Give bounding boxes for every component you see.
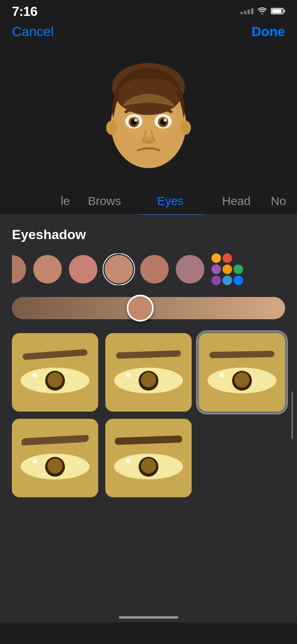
svg-point-11 [134, 119, 137, 122]
category-tabs: le Brows Eyes Head No [0, 188, 297, 215]
status-icons [240, 8, 285, 15]
eye-thumb-5 [105, 419, 192, 497]
eye-style-4[interactable] [12, 419, 98, 497]
grid-dot-orange2[interactable] [223, 264, 232, 274]
done-button[interactable]: Done [251, 24, 285, 39]
content-panel: Eyeshadow [0, 215, 297, 611]
swatch-2[interactable] [69, 255, 97, 284]
status-time: 7:16 [12, 4, 37, 19]
tab-brows[interactable]: Brows [72, 188, 138, 215]
svg-point-13 [141, 137, 156, 144]
wifi-icon [257, 8, 267, 15]
eye-thumb-3 [199, 333, 285, 412]
home-indicator-area [0, 611, 297, 623]
svg-point-17 [180, 121, 191, 135]
memoji-preview [0, 45, 297, 188]
swatch-5[interactable] [176, 255, 204, 284]
grid-dot-purple2[interactable] [211, 276, 221, 285]
grid-dot-green[interactable] [234, 264, 243, 274]
svg-point-12 [164, 119, 167, 122]
eyeshadow-slider[interactable] [12, 297, 285, 319]
swatch-4[interactable] [140, 255, 169, 284]
grid-dot-empty [234, 253, 243, 263]
svg-point-14 [117, 133, 135, 144]
grid-dot-orange[interactable] [211, 253, 221, 263]
battery-icon [271, 8, 285, 14]
eye-thumb-1 [12, 333, 98, 412]
swatch-3-selected[interactable] [105, 255, 133, 284]
tab-nose[interactable]: No [269, 188, 289, 215]
tab-head[interactable]: Head [204, 188, 270, 215]
tab-style[interactable]: le [8, 188, 72, 215]
cancel-button[interactable]: Cancel [12, 24, 54, 39]
eye-thumb-2 [105, 333, 192, 412]
tab-eyes[interactable]: Eyes [137, 188, 204, 215]
grid-dot-blue[interactable] [223, 276, 232, 285]
home-bar [119, 616, 178, 619]
color-swatches-row [12, 253, 285, 285]
eye-thumb-4 [12, 419, 98, 497]
eye-style-2[interactable] [105, 333, 192, 412]
eye-style-5[interactable] [105, 419, 192, 497]
eye-style-3-selected[interactable] [199, 333, 285, 412]
memoji-avatar [103, 61, 194, 172]
swatch-1[interactable] [33, 255, 62, 284]
scroll-indicator [291, 391, 293, 439]
section-title: Eyeshadow [12, 227, 285, 242]
eye-style-grid [12, 333, 285, 497]
eye-style-1[interactable] [12, 333, 98, 412]
svg-point-16 [106, 121, 117, 135]
grid-dot-purple[interactable] [211, 264, 221, 274]
slider-thumb[interactable] [127, 295, 154, 322]
nav-bar: Cancel Done [0, 20, 297, 45]
swatch-partial[interactable] [12, 255, 26, 284]
status-bar: 7:16 [0, 0, 297, 20]
grid-dot-red[interactable] [223, 253, 232, 263]
color-picker-grid[interactable] [211, 253, 243, 285]
svg-point-15 [162, 133, 180, 144]
grid-dot-blue2[interactable] [234, 276, 243, 285]
signal-icon [240, 8, 253, 14]
slider-track [12, 297, 285, 319]
